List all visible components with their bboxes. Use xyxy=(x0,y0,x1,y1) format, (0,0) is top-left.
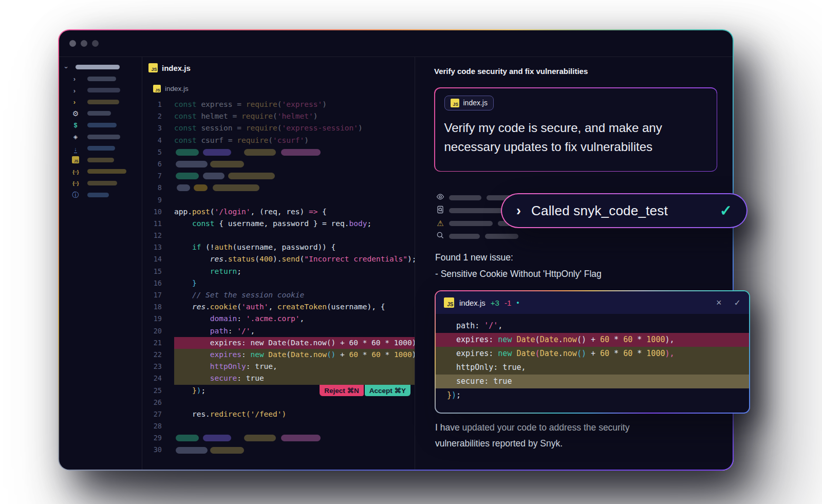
skeleton-pill xyxy=(76,65,120,69)
line-number: 17 xyxy=(142,289,162,301)
tool-call-pill[interactable]: › Called snyk_code_test ✓ xyxy=(501,193,748,228)
sidebar-item[interactable]: ↓ xyxy=(59,144,142,153)
maximize-button[interactable] xyxy=(92,40,99,47)
line-number: 21 xyxy=(142,337,162,349)
skeleton-pill xyxy=(87,123,117,127)
line-number: 1 xyxy=(142,99,162,110)
diff-line: path: '/', xyxy=(436,319,749,333)
sidebar-item[interactable]: {··} xyxy=(59,167,142,176)
line-number: 2 xyxy=(142,110,162,122)
download-icon: ↓ xyxy=(74,145,77,153)
skeleton-pill xyxy=(244,435,276,441)
skeleton-pill xyxy=(449,234,480,239)
sidebar-item[interactable]: JS xyxy=(59,156,142,164)
sidebar-item[interactable]: › xyxy=(59,63,142,71)
sidebar-item[interactable]: $ xyxy=(59,121,142,129)
braces-icon: {··} xyxy=(72,180,79,186)
line-number: 3 xyxy=(142,122,162,134)
gear-icon: ⚙ xyxy=(72,109,79,118)
close-icon[interactable]: × xyxy=(716,297,722,308)
sidebar-item[interactable]: › xyxy=(59,98,142,106)
diff-file-label: index.js xyxy=(459,298,485,307)
line-number: 26 xyxy=(142,397,162,408)
apply-check-icon[interactable]: ✓ xyxy=(734,298,741,308)
sidebar-item[interactable]: › xyxy=(59,75,142,83)
chevron-right-icon: › xyxy=(73,75,76,83)
code-line: 4const csurf = require('csurf') xyxy=(142,135,415,146)
skeleton-pill xyxy=(176,149,199,156)
line-number: 25 xyxy=(142,385,162,397)
chevron-right-icon: › xyxy=(73,87,76,95)
skeleton-pill xyxy=(87,135,120,139)
panel-title: Verify code security and fix vulnerabili… xyxy=(434,67,588,76)
line-number: 4 xyxy=(142,135,162,146)
file-chip-label: index.js xyxy=(463,99,488,107)
diff-card: JS index.js +3 -1 ● × ✓ path: '/', expir… xyxy=(435,290,750,414)
code-line: 2const helmet = require('helmet') xyxy=(142,110,415,122)
line-number: 18 xyxy=(142,301,162,313)
diff-added-count: +3 xyxy=(491,298,499,307)
search-icon xyxy=(436,231,444,241)
skeleton-pill xyxy=(87,181,117,185)
line-number: 20 xyxy=(142,325,162,337)
breadcrumb: JS index.js xyxy=(153,85,189,92)
line-number: 29 xyxy=(142,432,162,444)
accept-button[interactable]: Accept ⌘Y xyxy=(365,385,410,396)
skeleton-pill xyxy=(176,435,199,441)
line-number: 30 xyxy=(142,444,162,456)
prompt-card: JS index.js Verify my code is secure, an… xyxy=(434,87,717,172)
line-number: 13 xyxy=(142,241,162,253)
skeleton-pill xyxy=(176,161,208,167)
skeleton-pill xyxy=(87,88,120,92)
skeleton-pill xyxy=(87,146,115,151)
file-explorer-sidebar: ››››⚙$◈↓JS{··}{··}ⓘ xyxy=(59,57,142,470)
line-number: 23 xyxy=(142,361,162,372)
skeleton-pill xyxy=(203,435,231,441)
line-number: 10 xyxy=(142,206,162,218)
skeleton-pill xyxy=(449,221,493,226)
line-number: 15 xyxy=(142,266,162,277)
breadcrumb-label: index.js xyxy=(165,85,189,92)
line-number: 9 xyxy=(142,194,162,206)
code-line: 26 xyxy=(142,397,415,408)
js-file-icon: JS xyxy=(444,297,454,308)
skeleton-pill xyxy=(449,195,481,200)
skeleton-pill xyxy=(485,234,518,239)
line-number: 12 xyxy=(142,230,162,241)
diff-line: expires: new Date(Date.now() + 60 * 60 *… xyxy=(436,347,749,361)
diff-card-header: JS index.js +3 -1 ● × ✓ xyxy=(436,291,749,314)
code-lines: 1const express = require('express')2cons… xyxy=(142,99,415,456)
tool-call-label: Called snyk_code_test xyxy=(531,203,668,219)
sidebar-item[interactable]: ◈ xyxy=(59,133,142,141)
code-line: 5 xyxy=(142,146,415,158)
chevron-right-gold-icon: › xyxy=(73,98,76,106)
diff-removed-count: -1 xyxy=(505,298,511,307)
skeleton-pill xyxy=(87,169,126,174)
sidebar-item[interactable]: › xyxy=(59,86,142,95)
code-line: 7 xyxy=(142,170,415,182)
skeleton-pill xyxy=(281,435,321,441)
line-number: 14 xyxy=(142,253,162,265)
line-number: 11 xyxy=(142,218,162,230)
sidebar-item[interactable]: {··} xyxy=(59,179,142,188)
line-number: 8 xyxy=(142,182,162,194)
code-line: 6 xyxy=(142,158,415,170)
code-line: 14 res.status(400).send("Incorrect crede… xyxy=(142,253,415,265)
line-number: 7 xyxy=(142,170,162,182)
line-number: 24 xyxy=(142,372,162,384)
sidebar-item[interactable]: ⚙ xyxy=(59,109,142,118)
skeleton-pill xyxy=(228,173,275,179)
reject-button[interactable]: Reject ⌘N xyxy=(320,385,364,396)
line-number: 19 xyxy=(142,313,162,325)
close-button[interactable] xyxy=(69,40,76,47)
sidebar-item[interactable]: ⓘ xyxy=(59,191,142,199)
code-line: 27 res.redirect('/feed') xyxy=(142,408,415,420)
js-file-icon: JS xyxy=(451,99,459,107)
code-line: 19 domain: '.acme.corp', xyxy=(142,313,415,325)
code-line: 13 if (!auth(username, password)) { xyxy=(142,241,415,253)
diff-code: path: '/', expires: new Date(Date.now() … xyxy=(436,314,749,402)
minimize-button[interactable] xyxy=(81,40,87,47)
diff-line: secure: true xyxy=(436,375,749,388)
diff-line: httpOnly: true, xyxy=(436,361,749,375)
editor-tab[interactable]: JS index.js xyxy=(148,63,191,72)
